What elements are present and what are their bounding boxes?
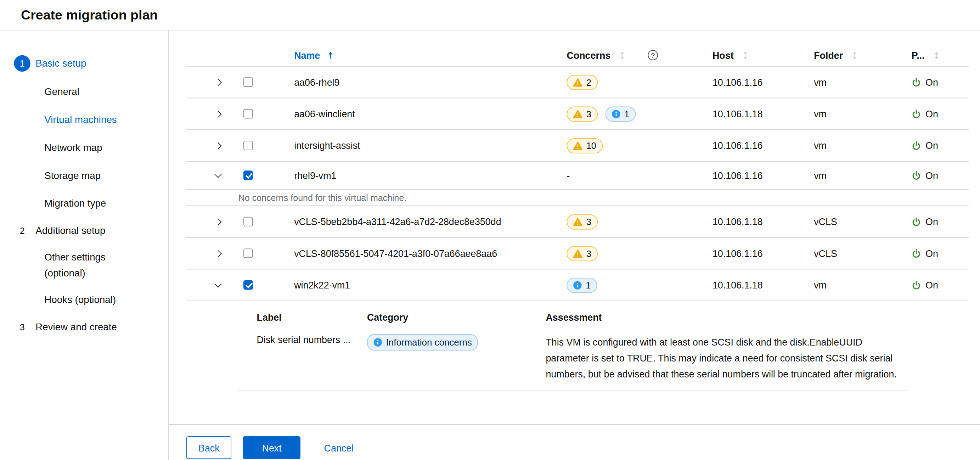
warning-concerns-badge[interactable]: 2 [566, 75, 597, 90]
expanded-row-no-concerns: No concerns found for this virtual machi… [186, 189, 969, 206]
vm-power-state: On [912, 216, 969, 227]
column-header-host[interactable]: Host [713, 49, 814, 60]
warning-count: 2 [586, 77, 591, 87]
warning-concerns-badge[interactable]: 10 [566, 138, 602, 153]
power-on-icon [912, 216, 921, 227]
warning-icon [573, 141, 582, 150]
step-label: Additional setup [35, 225, 105, 236]
sort-icon [743, 51, 748, 59]
vm-host: 10.106.1.18 [713, 280, 814, 290]
warning-icon [573, 110, 582, 118]
warning-concerns-badge[interactable]: 3 [566, 106, 597, 121]
vm-name: aa06-rhel9 [294, 76, 566, 87]
expand-row-button[interactable] [210, 76, 226, 89]
warning-count: 3 [586, 216, 591, 227]
next-button[interactable]: Next [243, 436, 301, 459]
detail-column-label: Label [257, 312, 367, 323]
info-icon [374, 338, 382, 347]
warning-count: 10 [586, 140, 596, 151]
column-header-concerns[interactable]: Concerns ? [566, 49, 712, 60]
row-checkbox[interactable] [243, 109, 253, 119]
step-label: Review and create [35, 322, 117, 333]
table-row: vCLS-80f85561-5047-4201-a3f0-07a66aee8aa… [186, 238, 969, 269]
expand-row-button[interactable] [210, 215, 226, 228]
power-on-icon [912, 170, 921, 180]
wizard-item-general[interactable]: General [44, 77, 133, 105]
expand-row-button[interactable] [210, 247, 226, 260]
concern-label: Disk serial numbers ... [257, 334, 367, 345]
sort-icon [619, 51, 625, 59]
column-label: Name [294, 49, 320, 60]
vm-folder: vm [814, 280, 912, 290]
table-row: win2k22-vm1 1 10.106.1.18 vm On [186, 269, 969, 301]
step-number: 3 [14, 319, 30, 336]
row-checkbox[interactable] [243, 170, 253, 180]
vm-power-state: On [912, 170, 969, 180]
wizard-item-label: General [44, 83, 80, 99]
vm-host: 10.106.1.16 [713, 248, 814, 259]
row-checkbox[interactable] [243, 248, 253, 258]
warning-icon [573, 78, 582, 86]
info-concerns-badge[interactable]: 1 [566, 277, 597, 293]
collapse-row-button[interactable] [210, 280, 226, 290]
wizard-step-additional-setup[interactable]: 2 Additional setup [14, 217, 168, 245]
vm-host: 10.106.1.18 [713, 216, 814, 227]
warning-concerns-badge[interactable]: 3 [566, 214, 597, 229]
power-on-icon [912, 248, 921, 258]
vm-folder: vm [814, 108, 912, 119]
wizard-item-migration-type[interactable]: Migration type [44, 189, 133, 217]
wizard-item-label: Migration type [44, 195, 106, 211]
column-header-folder[interactable]: Folder [814, 49, 912, 60]
warning-count: 3 [586, 248, 591, 258]
row-checkbox[interactable] [243, 280, 253, 290]
wizard-item-other-settings[interactable]: Other settings (optional) [44, 245, 133, 286]
back-button[interactable]: Back [186, 436, 232, 459]
vm-name: rhel9-vm1 [294, 170, 566, 180]
row-checkbox[interactable] [243, 141, 253, 150]
info-icon [611, 110, 620, 118]
sort-icon [934, 51, 939, 59]
vm-name: aa06-winclient [294, 108, 566, 119]
wizard-item-label: Storage map [44, 167, 100, 183]
collapse-row-button[interactable] [210, 170, 226, 180]
warning-count: 3 [586, 109, 591, 119]
chevron-right-icon [214, 218, 221, 225]
row-checkbox[interactable] [243, 77, 253, 87]
table-row: vCLS-5beb2bb4-a311-42a6-a7d2-28dec8e350d… [186, 206, 969, 237]
vm-name: win2k22-vm1 [294, 280, 566, 290]
column-header-power-state[interactable]: P... [912, 49, 969, 60]
warning-icon [573, 217, 582, 226]
cancel-button[interactable]: Cancel [324, 436, 354, 459]
sort-ascending-icon [328, 51, 333, 59]
concern-assessment: This VM is configured with at least one … [546, 334, 904, 382]
vm-power-state: On [912, 280, 969, 290]
help-icon[interactable]: ? [648, 50, 658, 60]
detail-divider [239, 390, 908, 391]
vm-power-state: On [912, 140, 969, 151]
vm-host: 10.106.1.16 [713, 140, 814, 151]
chevron-down-icon [214, 171, 221, 178]
expand-row-button[interactable] [210, 139, 226, 152]
column-label: P... [912, 49, 925, 60]
info-concerns-badge[interactable]: 1 [605, 106, 636, 121]
vm-folder: vCLS [814, 216, 912, 227]
detail-column-assessment: Assessment [546, 312, 916, 323]
wizard-item-network-map[interactable]: Network map [44, 133, 133, 161]
warning-concerns-badge[interactable]: 3 [566, 245, 597, 261]
wizard-item-hooks[interactable]: Hooks (optional) [44, 285, 133, 313]
wizard-item-storage-map[interactable]: Storage map [44, 161, 133, 189]
power-state-label: On [926, 280, 938, 290]
power-state-label: On [926, 216, 938, 227]
row-checkbox[interactable] [243, 217, 253, 226]
vm-folder: vm [814, 140, 912, 151]
column-header-name[interactable]: Name [294, 49, 566, 60]
wizard-step-basic-setup[interactable]: 1 Basic setup [14, 49, 168, 78]
wizard-item-virtual-machines[interactable]: Virtual machines [44, 105, 133, 133]
warning-icon [573, 249, 582, 258]
step-number-badge: 1 [14, 55, 30, 72]
vm-name: vCLS-5beb2bb4-a311-42a6-a7d2-28dec8e350d… [294, 216, 566, 227]
information-concerns-badge[interactable]: Information concerns [367, 334, 478, 351]
expand-row-button[interactable] [210, 107, 226, 120]
wizard-step-review-and-create[interactable]: 3 Review and create [14, 313, 168, 341]
step-label: Basic setup [35, 58, 86, 69]
